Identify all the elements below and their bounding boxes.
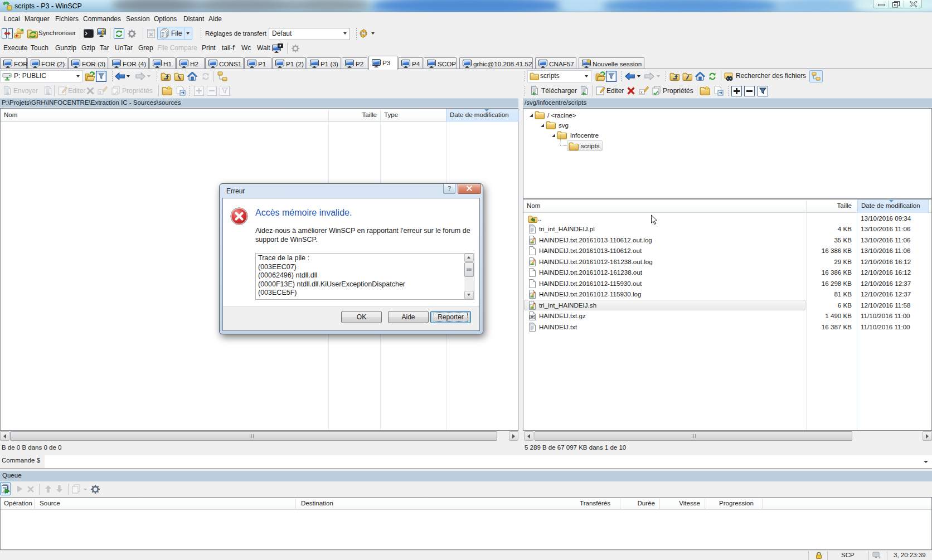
svg-text:x: x xyxy=(640,90,643,94)
svg-text:x: x xyxy=(99,90,101,94)
